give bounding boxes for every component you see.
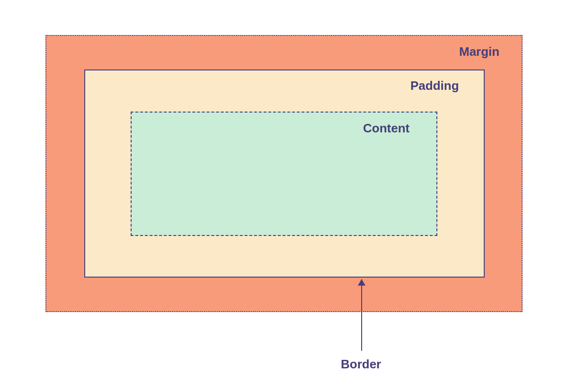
box-model-diagram: Margin Padding Content Border [0, 0, 568, 392]
padding-label: Padding [410, 78, 459, 93]
margin-label: Margin [459, 44, 499, 59]
border-arrow [361, 279, 362, 351]
content-label: Content [363, 121, 409, 136]
border-label: Border [341, 357, 381, 372]
